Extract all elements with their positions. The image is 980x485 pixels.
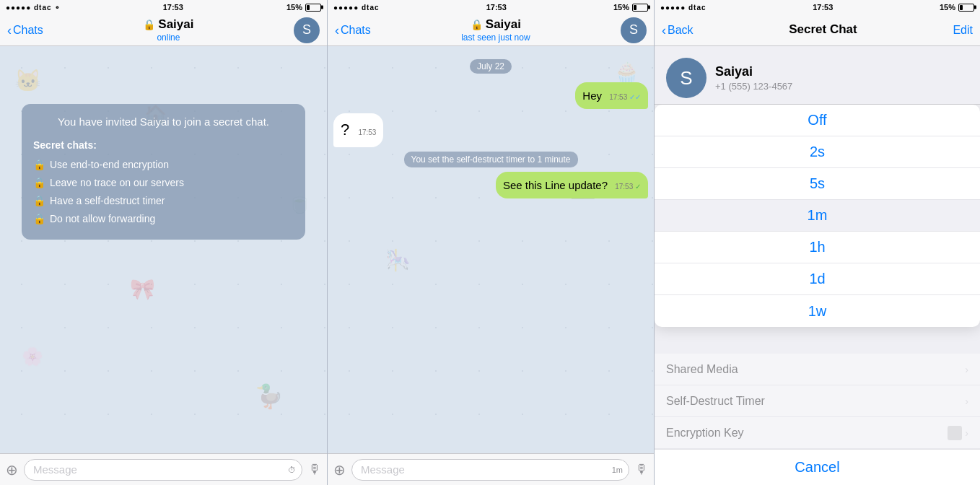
nav-center-1: 🔒 Saiyai online xyxy=(143,17,193,43)
self-destruct-label: Self-Destruct Timer xyxy=(666,395,765,408)
attach-icon-1[interactable]: ⊕ xyxy=(6,461,18,479)
bubble-time-hey: 17:53 ✓✓ xyxy=(609,93,641,101)
status-time-1: 17:53 xyxy=(163,3,183,12)
deco-icon-5: 🦆 xyxy=(255,383,284,410)
profile-section: S Saiyai +1 (555) 123-4567 xyxy=(655,46,980,105)
profile-phone: +1 (555) 123-4567 xyxy=(715,81,792,92)
message-placeholder-2: Message xyxy=(361,463,405,476)
chevron-left-icon-3: ‹ xyxy=(662,24,666,37)
status-bar-1: ●●●●● dtac ⚬ 17:53 15% xyxy=(0,0,327,14)
nav-title-text-1: Saiyai xyxy=(158,17,193,32)
deco-icon-4: 🌸 xyxy=(22,346,43,367)
lock-icon-1: 🔒 xyxy=(143,19,155,31)
battery-icon-3 xyxy=(958,4,974,12)
status-bar-3: ●●●●● dtac 17:53 15% xyxy=(655,0,980,14)
feature-item-2: 🔒 Leave no trace on our servers xyxy=(33,175,294,191)
deco-icon-1: 🐱 xyxy=(14,68,41,93)
status-time-2: 17:53 xyxy=(486,3,507,12)
back-button-2[interactable]: ‹ Chats xyxy=(335,24,371,37)
status-left-1: ●●●●● dtac ⚬ xyxy=(6,4,60,12)
avatar-1[interactable]: S xyxy=(294,17,320,43)
input-bar-1: ⊕ Message ⏱ 🎙 xyxy=(0,453,327,485)
panel-chat-active: ●●●●● dtac 17:53 15% ‹ Chats 🔒 Saiyai la… xyxy=(327,0,654,485)
profile-avatar: S xyxy=(666,58,706,98)
bubble-text-question: ? xyxy=(341,121,349,139)
back-label-1[interactable]: Chats xyxy=(13,24,43,37)
lock-icon-2: 🔒 xyxy=(471,19,483,31)
nav-title-2: 🔒 Saiyai xyxy=(471,17,521,32)
panel-secret-chat-settings: ●●●●● dtac 17:53 15% ‹ Back Secret Chat … xyxy=(654,0,980,485)
chevron-right-icon-2: › xyxy=(965,364,968,375)
deco-icon-7: 🧁 xyxy=(614,61,639,84)
status-bar-2: ●●●●● dtac 17:53 15% xyxy=(328,0,654,14)
bubble-time-line: 17:53 ✓ xyxy=(615,183,641,191)
status-right-1: 15% xyxy=(286,3,321,12)
nav-title-1: 🔒 Saiyai xyxy=(143,17,193,32)
encryption-key-row[interactable]: Encryption Key › xyxy=(655,417,980,449)
check-marks-line: ✓ xyxy=(635,183,641,191)
message-input-1[interactable]: Message ⏱ xyxy=(24,459,302,481)
picker-item-2s[interactable]: 2s xyxy=(655,136,980,168)
picker-item-5s[interactable]: 5s xyxy=(655,168,980,200)
picker-container: Notifications On › Off 2s 5s 1m 1h 1d 1w… xyxy=(655,105,980,485)
encryption-key-label: Encryption Key xyxy=(666,427,744,440)
battery-pct-2: 15% xyxy=(613,3,629,12)
picker-item-off[interactable]: Off xyxy=(655,105,980,136)
deco-icon-6: 🎀 xyxy=(130,277,155,301)
panel-secret-chat-invite: ●●●●● dtac ⚬ 17:53 15% ‹ Chats 🔒 Saiyai … xyxy=(0,0,327,485)
mic-icon-1[interactable]: 🎙 xyxy=(308,462,321,477)
battery-icon-2 xyxy=(632,4,648,12)
back-label-3[interactable]: Back xyxy=(668,24,694,37)
self-destruct-picker[interactable]: Off 2s 5s 1m 1h 1d 1w xyxy=(655,105,980,327)
chevron-left-icon-1: ‹ xyxy=(7,24,12,37)
mic-icon-2[interactable]: 🎙 xyxy=(635,462,648,477)
nav-subtitle-2: last seen just now xyxy=(461,32,530,43)
message-placeholder-1: Message xyxy=(33,463,77,476)
lock-feature-icon-2: 🔒 xyxy=(33,175,45,191)
back-button-1[interactable]: ‹ Chats xyxy=(7,24,43,37)
message-input-2[interactable]: Message 1m xyxy=(351,459,629,481)
bubble-text-line: See this Line update? xyxy=(503,179,608,191)
input-bar-2: ⊕ Message 1m 🎙 xyxy=(328,453,654,485)
shared-media-label: Shared Media xyxy=(666,363,738,376)
invite-bubble: You have invited Saiyai to join a secret… xyxy=(22,104,305,240)
battery-fill-1 xyxy=(307,5,310,10)
back-label-2[interactable]: Chats xyxy=(341,24,371,37)
cancel-button[interactable]: Cancel xyxy=(655,449,980,485)
back-button-3[interactable]: ‹ Back xyxy=(662,24,694,37)
shared-media-row[interactable]: Shared Media › xyxy=(655,354,980,385)
edit-button-3[interactable]: Edit xyxy=(953,24,973,37)
deco-icon-10: 🎠 xyxy=(385,248,411,272)
battery-icon-1 xyxy=(305,4,321,12)
bubble-line: See this Line update? 17:53 ✓ xyxy=(496,172,648,198)
attach-icon-2[interactable]: ⊕ xyxy=(333,461,346,479)
carrier-dots-2: ●●●●● dtac xyxy=(333,4,380,12)
battery-pct-1: 15% xyxy=(286,3,302,12)
picker-item-1d[interactable]: 1d xyxy=(655,263,980,295)
timer-label-2: 1m xyxy=(612,466,623,474)
wifi-icon-1: ⚬ xyxy=(54,4,60,12)
battery-pct-3: 15% xyxy=(940,3,955,12)
bubble-time-question: 17:53 xyxy=(358,128,376,136)
timer-icon-1: ⏱ xyxy=(288,466,296,474)
chat-background-1: 🐱 🏠 🍵 🌸 🦆 🎀 You have invited Saiyai to j… xyxy=(0,46,327,453)
bubble-hey: Hey 17:53 ✓✓ xyxy=(575,82,648,109)
feature-item-4: 🔒 Do not allow forwarding xyxy=(33,211,294,227)
nav-title-3: Secret Chat xyxy=(782,14,864,46)
feature-text-2: Leave no trace on our servers xyxy=(50,175,184,191)
chevron-right-icon-4: › xyxy=(965,427,968,439)
self-destruct-row[interactable]: Self-Destruct Timer › xyxy=(655,385,980,417)
status-right-2: 15% xyxy=(613,3,648,12)
nav-center-2: 🔒 Saiyai last seen just now xyxy=(461,17,530,43)
status-left-3: ●●●●● dtac xyxy=(660,4,706,12)
invite-section-title: Secret chats: xyxy=(33,138,294,153)
invite-headline: You have invited Saiyai to join a secret… xyxy=(33,114,294,131)
picker-item-1w[interactable]: 1w xyxy=(655,295,980,327)
picker-item-1h[interactable]: 1h xyxy=(655,232,980,263)
cancel-label[interactable]: Cancel xyxy=(795,459,839,476)
avatar-2[interactable]: S xyxy=(621,17,647,43)
profile-name: Saiyai xyxy=(715,64,792,79)
feature-text-1: Use end-to-end encryption xyxy=(50,157,169,172)
picker-item-1m[interactable]: 1m xyxy=(655,200,980,232)
profile-info: Saiyai +1 (555) 123-4567 xyxy=(715,64,792,92)
